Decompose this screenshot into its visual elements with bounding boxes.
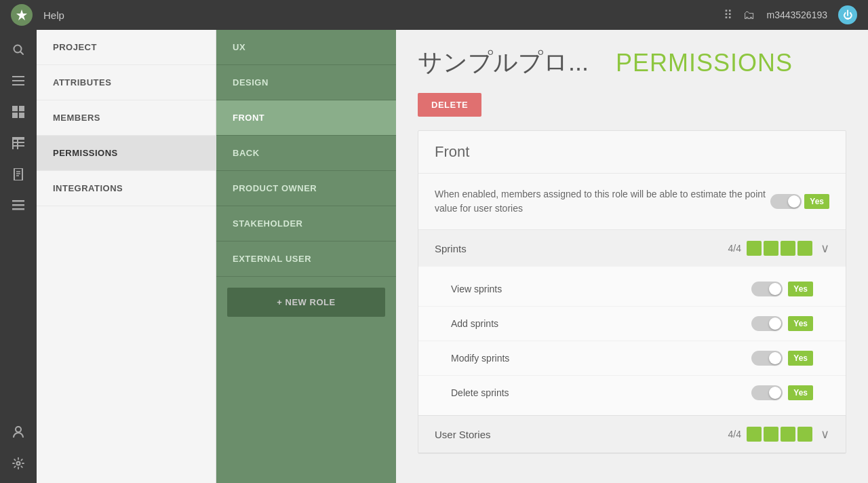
modify-sprints-toggle-thumb	[769, 352, 781, 364]
nav-integrations[interactable]: INTEGRATIONS	[37, 171, 216, 206]
nav-members[interactable]: MEMBERS	[37, 100, 216, 136]
add-sprints-label: Add sprints	[451, 318, 498, 329]
user-nav-icon[interactable]	[5, 419, 31, 445]
left-nav: PROJECT ATTRIBUTES MEMBERS PERMISSIONS I…	[37, 30, 216, 483]
add-sprints-toggle-track[interactable]	[751, 316, 783, 331]
book-nav-icon[interactable]	[5, 161, 31, 187]
svg-rect-15	[14, 168, 22, 180]
nav-attributes[interactable]: ATTRIBUTES	[37, 65, 216, 100]
delete-button[interactable]: DELETE	[418, 93, 481, 117]
role-design[interactable]: DESIGN	[216, 65, 396, 100]
svg-rect-3	[12, 76, 24, 77]
role-external-user[interactable]: EXTERNAL USER	[216, 242, 396, 277]
svg-rect-13	[12, 137, 14, 149]
estimate-description: When enabled, members assigned to this r…	[435, 187, 770, 216]
help-label: Help	[43, 9, 64, 21]
user-stories-dot-1	[747, 427, 762, 442]
delete-sprints-toggle[interactable]: Yes	[751, 385, 813, 400]
user-stories-dot-3	[781, 427, 795, 442]
sprints-dots	[747, 241, 812, 256]
svg-rect-4	[12, 80, 24, 81]
toggle-thumb	[788, 195, 800, 208]
board-nav-icon[interactable]	[5, 99, 31, 125]
role-back[interactable]: BACK	[216, 136, 396, 171]
svg-rect-9	[19, 113, 24, 118]
list-nav-icon[interactable]	[5, 193, 31, 218]
power-icon: ⏻	[843, 9, 852, 20]
svg-rect-14	[17, 137, 18, 149]
role-card: Front When enabled, members assigned to …	[418, 130, 846, 454]
svg-point-23	[17, 462, 20, 465]
sprints-section-header[interactable]: Sprints 4/4 ∨	[418, 230, 846, 267]
sprints-dot-3	[781, 241, 795, 256]
user-stories-chevron-icon: ∨	[821, 427, 829, 442]
tray-icon[interactable]: 🗂	[743, 8, 755, 22]
delete-sprints-toggle-thumb	[769, 387, 781, 399]
view-sprints-toggle[interactable]: Yes	[751, 282, 813, 296]
topbar-right: ⠿ 🗂 m3443526193 ⏻	[724, 5, 857, 24]
view-sprints-toggle-thumb	[769, 283, 781, 295]
nav-project[interactable]: PROJECT	[37, 30, 216, 65]
user-stories-section-header[interactable]: User Stories 4/4 ∨	[418, 416, 846, 452]
perm-add-sprints: Add sprints Yes	[418, 307, 846, 341]
svg-rect-6	[12, 106, 18, 111]
permissions-title: PERMISSIONS	[616, 49, 793, 77]
app-logo[interactable]	[11, 4, 33, 26]
search-nav-icon[interactable]	[5, 37, 31, 62]
delete-sprints-toggle-track[interactable]	[751, 385, 783, 400]
view-sprints-toggle-track[interactable]	[751, 282, 783, 296]
sprints-dot-2	[764, 241, 778, 256]
topbar: Help ⠿ 🗂 m3443526193 ⏻	[0, 0, 868, 30]
svg-rect-21	[12, 208, 24, 210]
new-role-button[interactable]: + NEW ROLE	[227, 288, 385, 317]
settings-nav-icon[interactable]	[5, 450, 31, 476]
grid-nav-icon[interactable]: ⠿	[724, 7, 732, 22]
estimate-toggle-label: Yes	[804, 194, 829, 209]
svg-rect-19	[12, 200, 24, 202]
delete-sprints-label: Delete sprints	[451, 387, 509, 398]
add-sprints-toggle-label: Yes	[788, 316, 813, 331]
svg-line-2	[21, 52, 24, 55]
user-stories-dot-4	[797, 427, 812, 442]
sprints-title: Sprints	[435, 243, 467, 254]
user-stories-title: User Stories	[435, 429, 491, 440]
modify-sprints-toggle-label: Yes	[788, 351, 813, 366]
main-layout: PROJECT ATTRIBUTES MEMBERS PERMISSIONS I…	[0, 30, 868, 483]
view-sprints-toggle-label: Yes	[788, 282, 813, 296]
user-stories-count: 4/4	[728, 429, 741, 440]
power-button[interactable]: ⏻	[838, 5, 857, 24]
svg-marker-0	[16, 9, 27, 20]
role-front[interactable]: FRONT	[216, 100, 396, 136]
sprints-dot-1	[747, 241, 762, 256]
user-stories-header-right: 4/4 ∨	[728, 427, 829, 442]
content-header: サンプルプロ... PERMISSIONS	[418, 46, 846, 79]
user-stories-section: User Stories 4/4 ∨	[418, 416, 846, 453]
modify-sprints-toggle-track[interactable]	[751, 351, 783, 366]
menu-nav-icon[interactable]	[5, 68, 31, 94]
sprints-section: Sprints 4/4 ∨ View sprints	[418, 230, 846, 416]
role-card-header: Front	[418, 131, 846, 174]
modify-sprints-toggle[interactable]: Yes	[751, 351, 813, 366]
modify-sprints-label: Modify sprints	[451, 353, 509, 364]
svg-rect-20	[12, 204, 24, 206]
role-stakeholder[interactable]: STAKEHOLDER	[216, 206, 396, 242]
estimate-toggle[interactable]: Yes	[770, 194, 829, 209]
svg-rect-8	[12, 113, 18, 118]
user-stories-dots	[747, 427, 812, 442]
sprints-chevron-icon: ∨	[821, 241, 829, 256]
add-sprints-toggle[interactable]: Yes	[751, 316, 813, 331]
svg-rect-7	[19, 106, 24, 111]
main-content: サンプルプロ... PERMISSIONS DELETE Front When …	[396, 30, 868, 483]
perm-view-sprints: View sprints Yes	[418, 272, 846, 307]
username-label: m3443526193	[766, 9, 827, 20]
role-product-owner[interactable]: PRODUCT OWNER	[216, 171, 396, 206]
table-nav-icon[interactable]	[5, 130, 31, 156]
sprints-header-right: 4/4 ∨	[728, 241, 829, 256]
estimate-section: When enabled, members assigned to this r…	[418, 174, 846, 230]
perm-modify-sprints: Modify sprints Yes	[418, 341, 846, 376]
view-sprints-label: View sprints	[451, 284, 502, 294]
toggle-track[interactable]	[770, 194, 802, 209]
sprints-dot-4	[797, 241, 812, 256]
role-ux[interactable]: UX	[216, 30, 396, 65]
nav-permissions[interactable]: PERMISSIONS	[37, 136, 216, 171]
